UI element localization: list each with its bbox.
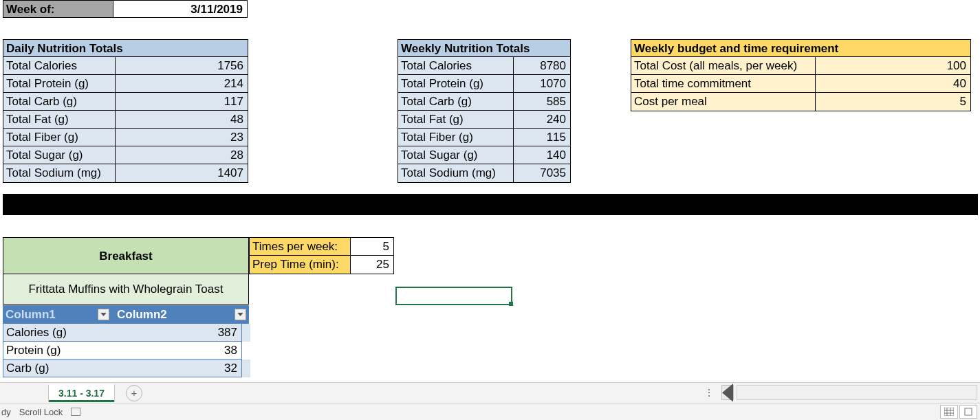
status-ready: dy: [1, 407, 11, 417]
table-row[interactable]: Total Fiber (g): [398, 129, 514, 146]
table-row[interactable]: Prep Time (min):: [250, 256, 351, 274]
table-row[interactable]: 585: [514, 93, 570, 110]
table-row[interactable]: 140: [514, 146, 570, 164]
weekof-label-cell[interactable]: Week of:: [3, 0, 113, 18]
table-row[interactable]: 8780: [514, 57, 570, 74]
svg-rect-0: [944, 408, 954, 416]
table-row[interactable]: 32: [109, 360, 242, 377]
table-row[interactable]: Total Sodium (mg): [3, 164, 116, 182]
table-row[interactable]: Total Sugar (g): [3, 146, 116, 164]
column2-filter-dropdown[interactable]: [235, 309, 246, 320]
table-row[interactable]: Total time commitment: [631, 75, 816, 92]
weekly-nutrition-header[interactable]: Weekly Nutrition Totals: [398, 40, 570, 57]
page-icon: [963, 408, 973, 416]
status-bar: dy Scroll Lock: [0, 403, 980, 420]
table-row[interactable]: 5: [351, 238, 393, 255]
table-row[interactable]: 5: [816, 93, 970, 111]
column2-header[interactable]: Column2: [113, 305, 249, 324]
horizontal-scrollbar[interactable]: ⋮: [704, 385, 977, 400]
table-row[interactable]: Total Fiber (g): [3, 129, 116, 146]
plus-icon: +: [131, 387, 138, 399]
meal-nutrition-table: Column1 Column2 Calories (g)387 Protein …: [3, 305, 250, 377]
weekly-nutrition-table: Weekly Nutrition Totals Total Calories87…: [398, 39, 571, 183]
table-row[interactable]: 1070: [514, 75, 570, 92]
table-row[interactable]: Carb (g): [3, 360, 109, 377]
table-row[interactable]: 48: [116, 111, 248, 128]
table-row[interactable]: 240: [514, 111, 570, 128]
grid-icon: [944, 408, 954, 416]
scroll-track[interactable]: [737, 385, 977, 400]
budget-table: Weekly budget and time requirement Total…: [631, 39, 971, 111]
table-row[interactable]: 40: [816, 75, 970, 92]
table-row[interactable]: 387: [109, 324, 242, 342]
column1-label: Column1: [6, 308, 56, 321]
table-row[interactable]: 115: [514, 129, 570, 146]
sheet-tab-active[interactable]: 3.11 - 3.17: [48, 384, 115, 402]
chevron-down-icon: [237, 313, 243, 316]
table-row[interactable]: 100: [816, 57, 970, 74]
chevron-down-icon: [100, 313, 107, 316]
column1-filter-dropdown[interactable]: [98, 309, 109, 320]
table-row[interactable]: 7035: [514, 164, 570, 182]
svg-rect-5: [965, 408, 972, 415]
breakfast-header-cell[interactable]: Breakfast: [3, 237, 249, 274]
active-cell-outline[interactable]: [395, 287, 512, 305]
table-row[interactable]: 38: [109, 342, 242, 360]
column2-label: Column2: [117, 308, 167, 321]
worksheet-area[interactable]: Week of: 3/11/2019 Daily Nutrition Total…: [0, 0, 980, 382]
table-row[interactable]: Total Calories: [3, 57, 116, 74]
table-row[interactable]: Total Calories: [398, 57, 514, 74]
table-row[interactable]: Total Protein (g): [398, 75, 514, 92]
table-row[interactable]: Cost per meal: [631, 93, 816, 111]
add-sheet-button[interactable]: +: [126, 385, 142, 401]
sheet-tab-bar: 3.11 - 3.17 + ⋮: [0, 382, 980, 403]
daily-nutrition-header[interactable]: Daily Nutrition Totals: [3, 40, 248, 57]
splitter-handle[interactable]: ⋮: [704, 387, 715, 398]
table-row[interactable]: Total Sodium (mg): [398, 164, 514, 182]
table-row[interactable]: Total Protein (g): [3, 75, 116, 92]
table-row[interactable]: Calories (g): [3, 324, 109, 342]
table-row[interactable]: 23: [116, 129, 248, 146]
macro-record-icon[interactable]: [71, 408, 80, 416]
table-row[interactable]: Total Carb (g): [3, 93, 116, 110]
daily-nutrition-table: Daily Nutrition Totals Total Calories175…: [3, 39, 248, 183]
table-row[interactable]: 25: [351, 256, 393, 274]
view-page-layout-button[interactable]: [959, 405, 977, 419]
table-row[interactable]: Total Sugar (g): [398, 146, 514, 164]
view-normal-button[interactable]: [940, 405, 958, 419]
status-scroll-lock: Scroll Lock: [19, 407, 63, 417]
table-row[interactable]: 28: [116, 146, 248, 164]
weekof-date-cell[interactable]: 3/11/2019: [113, 0, 248, 18]
table-row[interactable]: 214: [116, 75, 248, 92]
table-row[interactable]: Protein (g): [3, 342, 109, 360]
divider-bar: [3, 194, 978, 215]
column1-header[interactable]: Column1: [3, 305, 113, 324]
meal-name-cell[interactable]: Frittata Muffins with Wholegrain Toast: [3, 274, 249, 305]
table-row[interactable]: Total Carb (g): [398, 93, 514, 110]
budget-header[interactable]: Weekly budget and time requirement: [631, 40, 970, 57]
times-table: Times per week:5 Prep Time (min):25: [249, 237, 394, 274]
table-row[interactable]: Total Fat (g): [3, 111, 116, 128]
table-row[interactable]: Total Cost (all meals, per week): [631, 57, 816, 74]
table-row[interactable]: 1756: [116, 57, 248, 74]
scroll-left-button[interactable]: [721, 385, 734, 400]
table-row[interactable]: 1407: [116, 164, 248, 182]
table-row[interactable]: Times per week:: [250, 238, 351, 255]
table-row[interactable]: Total Fat (g): [398, 111, 514, 128]
triangle-left-icon: [722, 384, 733, 402]
table-row[interactable]: 117: [116, 93, 248, 110]
